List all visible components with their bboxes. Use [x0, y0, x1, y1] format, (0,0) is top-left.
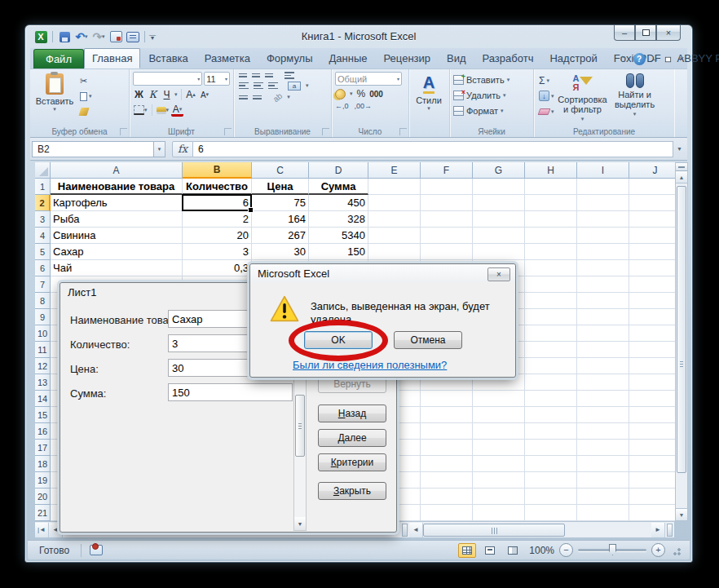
cell-G17[interactable]	[473, 440, 525, 456]
tab-вставка[interactable]: Вставка	[140, 48, 196, 69]
cell-B2[interactable]: 6	[183, 195, 252, 211]
scroll-up-icon[interactable]: ▲	[676, 171, 687, 183]
paste-button[interactable]: Вставить ▾	[33, 72, 76, 124]
cell-E4[interactable]	[368, 228, 421, 244]
cell-G19[interactable]	[473, 472, 525, 489]
cell-J16[interactable]	[629, 423, 682, 440]
format-painter-button[interactable]	[78, 105, 94, 118]
zoom-in-button[interactable]: +	[651, 543, 665, 557]
cell-F19[interactable]	[421, 472, 473, 489]
italic-button[interactable]: К	[147, 88, 159, 101]
cell-E2[interactable]	[368, 195, 421, 211]
cell-H10[interactable]	[525, 325, 577, 342]
cell-H19[interactable]	[525, 472, 577, 489]
cell-J20[interactable]	[629, 489, 682, 505]
cell-F18[interactable]	[421, 456, 473, 472]
cell-I19[interactable]	[577, 472, 629, 489]
font-color-button[interactable]: А▾	[171, 104, 183, 117]
scroll-down-icon[interactable]: ▼	[676, 508, 687, 520]
column-header-D[interactable]: D	[309, 162, 368, 179]
page-layout-view-button[interactable]	[481, 543, 499, 558]
cell-H3[interactable]	[525, 211, 577, 228]
cell-I17[interactable]	[577, 440, 629, 456]
row-header-11[interactable]: 11	[35, 342, 51, 358]
column-header-B[interactable]: B	[183, 162, 252, 179]
cell-G1[interactable]	[473, 179, 525, 195]
cell-H15[interactable]	[525, 407, 577, 423]
clipboard-dialog-launcher[interactable]	[120, 128, 127, 135]
cell-A2[interactable]: Картофель	[51, 195, 183, 211]
tab-split-handle[interactable]	[402, 524, 408, 537]
form-button-критерии[interactable]: Критерии	[318, 453, 386, 471]
cell-J1[interactable]	[629, 179, 682, 195]
percent-style-button[interactable]: %	[357, 88, 366, 99]
cell-A5[interactable]: Сахар	[51, 244, 183, 260]
restore-button[interactable]	[635, 25, 656, 41]
select-all-corner[interactable]	[35, 162, 51, 179]
cell-G2[interactable]	[473, 195, 525, 211]
cell-F3[interactable]	[421, 211, 473, 228]
help-icon[interactable]: ?	[633, 53, 646, 65]
cell-F14[interactable]	[421, 391, 473, 407]
cell-G15[interactable]	[473, 407, 525, 423]
align-right-icon[interactable]	[268, 82, 278, 90]
cell-B5[interactable]: 3	[183, 244, 252, 260]
zoom-slider-thumb[interactable]	[609, 544, 616, 555]
cell-H4[interactable]	[525, 228, 577, 244]
align-bottom-icon[interactable]	[265, 73, 273, 77]
vertical-scrollbar[interactable]: ▲ ▼	[675, 162, 688, 521]
cell-F17[interactable]	[421, 440, 473, 456]
tab-данные[interactable]: Данные	[321, 48, 376, 69]
orientation-icon[interactable]: ab	[271, 91, 285, 104]
cell-H16[interactable]	[525, 423, 577, 440]
cell-F5[interactable]	[421, 244, 473, 260]
cell-G16[interactable]	[473, 423, 525, 440]
increase-decimal-icon[interactable]: ←,0	[335, 102, 349, 110]
cell-H14[interactable]	[525, 391, 577, 407]
cell-I21[interactable]	[577, 505, 629, 521]
cell-I9[interactable]	[577, 309, 629, 325]
cell-J10[interactable]	[629, 325, 682, 342]
cell-J9[interactable]	[629, 309, 682, 325]
wrap-text-icon[interactable]	[285, 72, 294, 79]
cell-I13[interactable]	[577, 374, 629, 391]
form-scroll-down-icon[interactable]: ▼	[294, 517, 306, 530]
form-button-назад[interactable]: Назад	[318, 405, 386, 422]
row-header-18[interactable]: 18	[35, 456, 51, 472]
row-header-3[interactable]: 3	[35, 211, 51, 228]
horizontal-scrollbar[interactable]	[423, 524, 651, 537]
insert-function-button[interactable]: fx	[172, 141, 193, 157]
cell-A3[interactable]: Рыба	[51, 211, 183, 228]
cell-H8[interactable]	[525, 293, 577, 309]
column-header-A[interactable]: A	[51, 162, 183, 179]
cell-F1[interactable]	[421, 179, 473, 195]
cell-I15[interactable]	[577, 407, 629, 423]
cell-C4[interactable]: 267	[252, 228, 309, 244]
cell-D2[interactable]: 450	[309, 195, 368, 211]
cell-J2[interactable]	[629, 195, 682, 211]
row-header-21[interactable]: 21	[35, 505, 51, 521]
row-header-13[interactable]: 13	[35, 374, 51, 391]
column-header-C[interactable]: C	[252, 162, 309, 179]
cell-J21[interactable]	[629, 505, 682, 521]
cell-C5[interactable]: 30	[252, 244, 309, 260]
row-header-1[interactable]: 1	[35, 179, 51, 195]
scrollbar-resize-handle[interactable]	[667, 524, 673, 537]
cell-H11[interactable]	[525, 342, 577, 358]
tab-файл[interactable]: Файл	[33, 49, 84, 69]
merge-center-icon[interactable]: a	[288, 82, 301, 91]
cell-J14[interactable]	[629, 391, 682, 407]
cell-J12[interactable]	[629, 358, 682, 374]
number-dialog-launcher[interactable]	[399, 128, 407, 135]
cell-D3[interactable]: 328	[309, 211, 368, 228]
form-field-input-3[interactable]	[168, 383, 293, 401]
cell-H17[interactable]	[525, 440, 577, 456]
zoom-slider[interactable]	[578, 549, 646, 551]
workbook-restore-icon[interactable]	[665, 56, 671, 61]
cell-C1[interactable]: Цена	[252, 179, 309, 195]
cell-J11[interactable]	[629, 342, 682, 358]
cell-I10[interactable]	[577, 325, 629, 342]
cell-B1[interactable]: Количество	[183, 179, 252, 195]
cell-H7[interactable]	[525, 276, 577, 293]
minimize-button[interactable]: –	[614, 25, 635, 41]
